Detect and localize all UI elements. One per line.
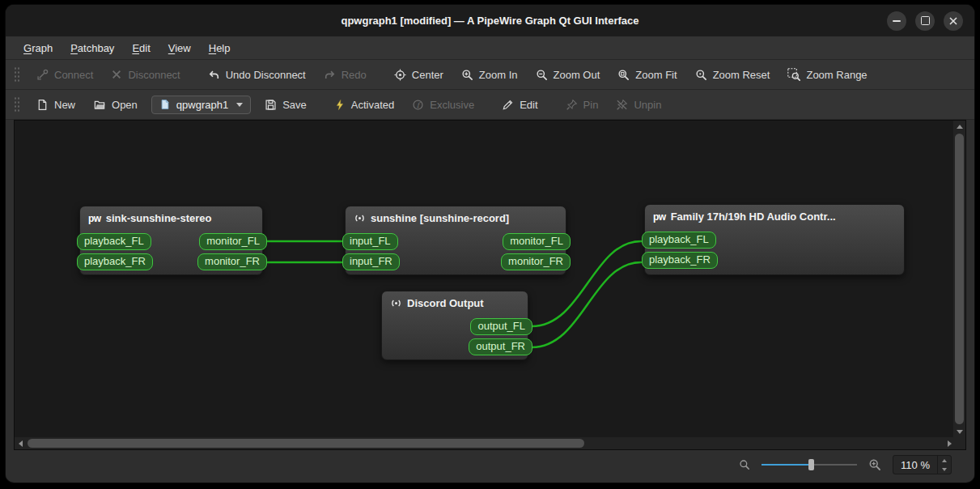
node-ports: output_FL output_FR [379,318,532,355]
h-scrollbar[interactable] [15,437,955,449]
menu-item-patchbay[interactable]: Patchbay [62,39,122,57]
scrollbar-corner [953,437,965,449]
patchbay-toolbar: New Open qpwgraph1 Save Activated f Excl… [6,90,974,120]
port-monitor-fr[interactable]: monitor_FR [197,253,267,270]
port-monitor-fl[interactable]: monitor_FL [199,233,267,250]
node-title: Discord Output [407,297,484,309]
zoom-out-button[interactable]: Zoom Out [528,65,608,85]
pin-button[interactable]: Pin [558,95,606,115]
spin-down-button[interactable] [938,465,951,474]
save-button[interactable]: Save [257,95,314,115]
maximize-icon [921,16,930,25]
zoom-out-indicator-icon [739,459,750,470]
center-button[interactable]: Center [387,65,451,85]
patchbay-file-icon [159,99,171,110]
arrow-left-icon [19,440,23,447]
pin-label: Pin [583,99,599,111]
dropdown-arrow-icon [236,103,243,107]
window-titlebar[interactable]: qpwgraph1 [modified] — A PipeWire Graph … [6,5,974,36]
port-input-fr[interactable]: input_FR [342,253,400,270]
new-label: New [54,99,75,111]
monitor-icon [390,297,402,309]
menu-item-edit[interactable]: Edit [124,39,158,57]
v-scroll-up-button[interactable] [953,121,965,132]
v-scrollbar[interactable] [953,121,965,437]
port-monitor-fl[interactable]: monitor_FL [503,233,571,250]
zoom-value[interactable]: 110 % [893,456,937,474]
node-title: sink-sunshine-stereo [106,212,212,224]
exclusive-label: Exclusive [430,99,474,111]
arrow-down-icon [957,430,963,434]
activated-toggle[interactable]: Activated [327,95,401,115]
v-scroll-thumb[interactable] [955,134,964,424]
port-playback-fl[interactable]: playback_FL [642,232,716,249]
zoom-slider[interactable] [762,458,857,471]
zoom-out-label: Zoom Out [554,69,600,81]
menu-item-help[interactable]: Help [201,39,239,57]
arrow-down-icon [942,468,947,471]
new-button[interactable]: New [29,95,83,115]
port-output-fr[interactable]: output_FR [469,338,532,355]
arrow-up-icon [942,459,947,462]
zoom-reset-button[interactable]: Zoom Reset [688,65,778,85]
patchbay-selector-combo[interactable]: qpwgraph1 [151,96,251,114]
v-scroll-down-button[interactable] [953,426,965,437]
h-scroll-left-button[interactable] [15,437,26,449]
redo-button[interactable]: Redo [316,65,374,85]
graph-toolbar: Connect Disconnect Undo Disconnect Redo … [6,60,974,90]
undo-disconnect-button[interactable]: Undo Disconnect [201,65,313,85]
save-icon [265,99,277,111]
node-ports: input_FL input_FR monitor_FL monitor_FR [342,233,571,270]
minimize-button[interactable] [887,11,906,31]
zoom-in-icon [461,69,473,81]
node-header: Discord Output [382,291,528,309]
open-button[interactable]: Open [86,95,145,115]
patchbay-selector-value: qpwgraph1 [176,99,228,111]
edit-pencil-icon [502,99,514,111]
menu-item-view[interactable]: View [160,39,199,57]
port-output-fl[interactable]: output_FL [470,318,532,335]
zoom-fit-button[interactable]: Zoom Fit [610,65,684,85]
zoom-slider-thumb[interactable] [808,459,814,470]
zoom-in-label: Zoom In [479,69,518,81]
toolbar-drag-handle[interactable] [14,66,19,83]
port-playback-fr[interactable]: playback_FR [642,252,718,269]
zoom-spinbox[interactable]: 110 % [893,455,952,474]
activated-bolt-icon [334,99,346,111]
save-label: Save [282,99,307,111]
close-button[interactable] [944,11,963,31]
port-input-fl[interactable]: input_FL [342,233,398,250]
zoom-range-button[interactable]: Zoom Range [780,64,874,85]
status-bar: 110 % [6,450,974,479]
toolbar-drag-handle[interactable] [14,96,19,113]
node-sunshine-record[interactable]: sunshine [sunshine-record] input_FL inpu… [345,206,566,275]
window-title: qpwgraph1 [modified] — A PipeWire Graph … [341,15,638,27]
unpin-button[interactable]: Unpin [609,95,668,115]
unpin-label: Unpin [634,99,661,111]
arrow-up-icon [957,125,963,129]
unpin-icon [616,99,628,111]
node-title: sunshine [sunshine-record] [371,212,509,224]
app-window: qpwgraph1 [modified] — A PipeWire Graph … [6,5,974,483]
monitor-icon [354,212,366,224]
connect-button[interactable]: Connect [29,65,100,85]
disconnect-label: Disconnect [128,69,180,81]
edit-toggle[interactable]: Edit [494,95,545,115]
port-monitor-fr[interactable]: monitor_FR [501,253,571,270]
node-discord-output[interactable]: Discord Output output_FL output_FR [381,291,528,360]
zoom-in-button[interactable]: Zoom In [454,65,525,85]
menu-item-graph[interactable]: Graph [15,39,61,57]
center-label: Center [412,69,443,81]
exclusive-toggle[interactable]: f Exclusive [405,95,482,115]
spin-up-button[interactable] [938,456,951,465]
disconnect-button[interactable]: Disconnect [104,65,187,85]
port-playback-fr[interactable]: playback_FR [77,253,153,270]
node-family-hd-audio[interactable]: pw Family 17h/19h HD Audio Contr... play… [644,204,905,275]
graph-canvas[interactable]: pw sink-sunshine-stereo playback_FL play… [15,121,955,437]
h-scroll-thumb[interactable] [28,439,584,448]
spin-arrows [937,456,951,474]
zoom-reset-icon [695,69,707,81]
node-sink-sunshine-stereo[interactable]: pw sink-sunshine-stereo playback_FL play… [79,206,263,275]
maximize-button[interactable] [915,11,935,31]
port-playback-fl[interactable]: playback_FL [77,233,151,250]
